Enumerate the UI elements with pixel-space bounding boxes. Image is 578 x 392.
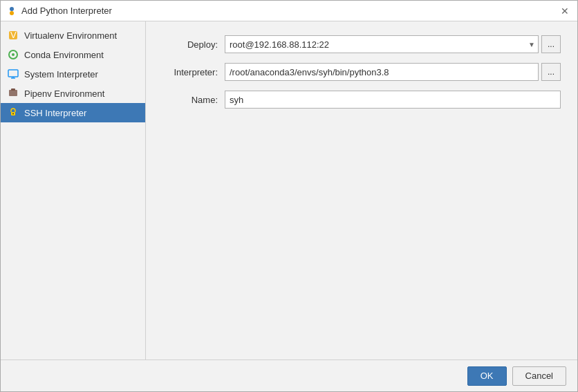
title-bar: Add Python Interpreter ✕ — [1, 1, 577, 21]
deploy-row: Deploy: root@192.168.88.112:22 ▼ ... — [162, 35, 561, 53]
deploy-label: Deploy: — [162, 39, 225, 50]
add-python-interpreter-dialog: Add Python Interpreter ✕ V Virtualenv En… — [0, 0, 578, 392]
conda-icon — [8, 49, 19, 60]
main-panel: Deploy: root@192.168.88.112:22 ▼ ... Int… — [146, 21, 577, 360]
name-row: Name: — [162, 91, 561, 109]
interpreter-browse-button[interactable]: ... — [541, 63, 561, 81]
content-area: V Virtualenv Environment Conda Environme… — [1, 21, 577, 360]
system-icon — [8, 68, 19, 80]
interpreter-input-group: ... — [225, 63, 561, 81]
sidebar-item-conda[interactable]: Conda Environment — [1, 45, 145, 64]
sidebar: V Virtualenv Environment Conda Environme… — [1, 21, 146, 360]
name-label: Name: — [162, 95, 225, 105]
sidebar-item-pipenv[interactable]: Pipenv Environment — [1, 84, 145, 103]
svg-rect-11 — [11, 88, 15, 91]
svg-rect-7 — [8, 70, 18, 77]
svg-point-1 — [10, 11, 14, 15]
name-input[interactable] — [225, 91, 561, 109]
dialog-icon — [6, 6, 17, 17]
sidebar-item-virtualenv-label: Virtualenv Environment — [24, 30, 117, 41]
deploy-input-group: root@192.168.88.112:22 ▼ ... — [225, 35, 561, 53]
virtualenv-icon: V — [8, 30, 19, 41]
svg-text:V: V — [10, 30, 17, 40]
deploy-browse-button[interactable]: ... — [541, 35, 561, 53]
close-button[interactable]: ✕ — [558, 4, 572, 18]
svg-point-13 — [12, 113, 14, 115]
sidebar-item-ssh-label: SSH Interpreter — [24, 108, 86, 118]
dialog-title: Add Python Interpreter — [21, 6, 112, 16]
interpreter-input[interactable] — [225, 63, 539, 81]
interpreter-label: Interpreter: — [162, 67, 225, 77]
sidebar-item-conda-label: Conda Environment — [24, 50, 104, 60]
name-input-group — [225, 91, 561, 109]
sidebar-item-virtualenv[interactable]: V Virtualenv Environment — [1, 26, 145, 45]
sidebar-item-system[interactable]: System Interpreter — [1, 64, 145, 84]
deploy-select[interactable]: root@192.168.88.112:22 — [225, 35, 539, 53]
svg-rect-10 — [9, 90, 17, 96]
deploy-select-wrapper: root@192.168.88.112:22 ▼ — [225, 35, 539, 53]
sidebar-item-ssh[interactable]: SSH Interpreter — [1, 103, 145, 122]
svg-point-6 — [12, 53, 15, 56]
footer: OK Cancel — [1, 360, 577, 391]
interpreter-row: Interpreter: ... — [162, 63, 561, 81]
svg-point-0 — [10, 7, 14, 11]
cancel-button[interactable]: Cancel — [512, 366, 566, 386]
ok-button[interactable]: OK — [467, 366, 507, 386]
sidebar-item-system-label: System Interpreter — [24, 69, 98, 80]
sidebar-item-pipenv-label: Pipenv Environment — [24, 88, 104, 99]
title-bar-left: Add Python Interpreter — [6, 6, 112, 17]
ssh-icon — [8, 107, 19, 118]
pipenv-icon — [8, 88, 19, 99]
